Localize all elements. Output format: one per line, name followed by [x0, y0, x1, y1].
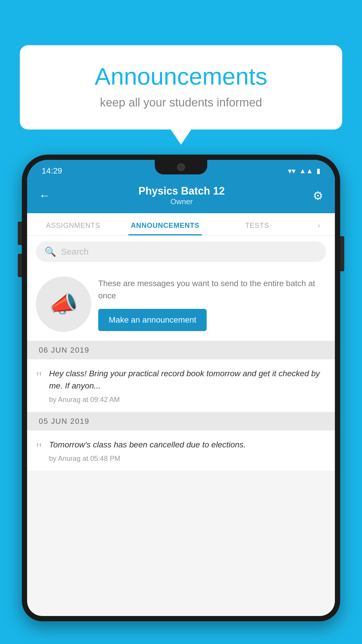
tab-more[interactable]: ›: [303, 213, 335, 235]
phone-body: 14:29 ▾▾ ▲▲ ▮ ← Physics Batch 12 Owner ⚙: [22, 155, 340, 621]
header-title-wrapper: Physics Batch 12 Owner: [138, 185, 225, 206]
announcement-item-1[interactable]: " Hey class! Bring your practical record…: [27, 359, 335, 412]
promo-section: 📣 These are messages you want to send to…: [27, 268, 335, 341]
announcement-content-1: Hey class! Bring your practical record b…: [49, 368, 326, 404]
search-bar[interactable]: 🔍 Search: [36, 242, 326, 262]
power-button: [340, 236, 344, 271]
announcement-meta-1: by Anurag at 09:42 AM: [49, 396, 326, 404]
tab-announcements[interactable]: ANNOUNCEMENTS: [119, 213, 211, 235]
announcement-content-2: Tomorrow's class has been cancelled due …: [49, 439, 326, 463]
tab-tests[interactable]: TESTS: [211, 213, 303, 235]
search-icon: 🔍: [45, 246, 56, 257]
phone-screen: 14:29 ▾▾ ▲▲ ▮ ← Physics Batch 12 Owner ⚙: [27, 160, 335, 616]
bubble-subtitle: keep all your students informed: [43, 96, 319, 109]
speech-bubble-section: Announcements keep all your students inf…: [20, 45, 342, 130]
search-container: 🔍 Search: [27, 236, 335, 268]
search-input[interactable]: Search: [61, 247, 89, 257]
speech-bubble: Announcements keep all your students inf…: [20, 45, 342, 130]
app-header: ← Physics Batch 12 Owner ⚙: [27, 179, 335, 213]
settings-icon[interactable]: ⚙: [313, 189, 323, 202]
tab-bar: ASSIGNMENTS ANNOUNCEMENTS TESTS ›: [27, 213, 335, 236]
batch-subtitle: Owner: [138, 197, 225, 206]
quote-icon-2: ": [36, 441, 42, 456]
front-camera: [177, 163, 185, 171]
date-divider-2: 05 JUN 2019: [27, 412, 335, 430]
phone-mockup: 14:29 ▾▾ ▲▲ ▮ ← Physics Batch 12 Owner ⚙: [22, 155, 340, 644]
status-time: 14:29: [42, 166, 62, 176]
announcement-meta-2: by Anurag at 05:48 PM: [49, 454, 326, 463]
announcement-text-2: Tomorrow's class has been cancelled due …: [49, 439, 326, 451]
make-announcement-button[interactable]: Make an announcement: [98, 309, 207, 331]
wifi-icon: ▾▾: [288, 167, 296, 176]
volume-up-button: [18, 222, 22, 245]
announcement-item-2[interactable]: " Tomorrow's class has been cancelled du…: [27, 430, 335, 471]
phone-notch: [155, 160, 207, 174]
tab-assignments[interactable]: ASSIGNMENTS: [27, 213, 119, 235]
promo-description: These are messages you want to send to t…: [98, 277, 326, 302]
batch-title: Physics Batch 12: [138, 185, 225, 197]
volume-down-button: [18, 254, 22, 277]
bubble-title: Announcements: [43, 63, 319, 90]
promo-content: These are messages you want to send to t…: [98, 277, 326, 331]
megaphone-icon: 📣: [49, 290, 78, 318]
date-divider-1: 06 JUN 2019: [27, 341, 335, 359]
back-button[interactable]: ←: [39, 189, 50, 202]
signal-icon: ▲▲: [299, 167, 313, 175]
quote-icon-1: ": [36, 370, 42, 385]
megaphone-circle: 📣: [36, 276, 91, 332]
status-icons: ▾▾ ▲▲ ▮: [288, 167, 320, 176]
battery-icon: ▮: [317, 167, 320, 175]
announcement-text-1: Hey class! Bring your practical record b…: [49, 368, 326, 392]
